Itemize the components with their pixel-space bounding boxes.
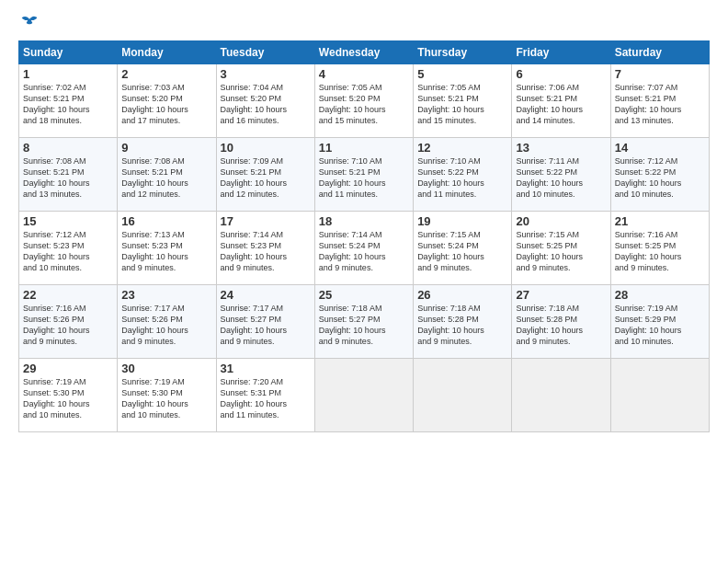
calendar-week-row: 15Sunrise: 7:12 AM Sunset: 5:23 PM Dayli… (19, 212, 710, 285)
day-info: Sunrise: 7:02 AM Sunset: 5:21 PM Dayligh… (23, 82, 113, 127)
day-number: 12 (417, 141, 507, 155)
day-number: 29 (23, 362, 113, 375)
day-number: 24 (221, 288, 311, 302)
day-info: Sunrise: 7:12 AM Sunset: 5:23 PM Dayligh… (23, 229, 113, 274)
day-info: Sunrise: 7:07 AM Sunset: 5:21 PM Dayligh… (615, 82, 705, 127)
calendar-day-cell: 18Sunrise: 7:14 AM Sunset: 5:24 PM Dayli… (314, 212, 413, 285)
day-number: 1 (23, 67, 113, 81)
day-number: 11 (319, 141, 409, 155)
day-number: 6 (516, 67, 606, 81)
calendar-day-cell: 7Sunrise: 7:07 AM Sunset: 5:21 PM Daylig… (610, 64, 709, 138)
day-number: 10 (221, 141, 311, 155)
day-info: Sunrise: 7:10 AM Sunset: 5:21 PM Dayligh… (319, 155, 409, 201)
day-info: Sunrise: 7:12 AM Sunset: 5:22 PM Dayligh… (615, 155, 705, 201)
day-info: Sunrise: 7:08 AM Sunset: 5:21 PM Dayligh… (23, 155, 113, 201)
day-number: 14 (615, 141, 705, 155)
day-number: 15 (23, 214, 113, 228)
calendar-header-cell: Thursday (414, 41, 512, 64)
calendar-day-cell: 15Sunrise: 7:12 AM Sunset: 5:23 PM Dayli… (19, 212, 118, 285)
calendar-day-cell: 30Sunrise: 7:19 AM Sunset: 5:30 PM Dayli… (118, 359, 216, 432)
day-info: Sunrise: 7:08 AM Sunset: 5:21 PM Dayligh… (121, 155, 211, 201)
day-number: 5 (417, 67, 507, 81)
calendar-day-cell: 23Sunrise: 7:17 AM Sunset: 5:26 PM Dayli… (118, 285, 216, 359)
day-number: 17 (221, 214, 311, 228)
day-info: Sunrise: 7:19 AM Sunset: 5:29 PM Dayligh… (615, 303, 705, 348)
calendar-day-cell: 21Sunrise: 7:16 AM Sunset: 5:25 PM Dayli… (610, 212, 709, 285)
calendar-day-cell: 12Sunrise: 7:10 AM Sunset: 5:22 PM Dayli… (414, 138, 512, 212)
calendar-day-cell: 4Sunrise: 7:05 AM Sunset: 5:20 PM Daylig… (314, 64, 413, 138)
calendar-header-row: SundayMondayTuesdayWednesdayThursdayFrid… (19, 41, 710, 64)
calendar-week-row: 1Sunrise: 7:02 AM Sunset: 5:21 PM Daylig… (19, 64, 710, 138)
day-number: 22 (23, 288, 113, 302)
day-number: 18 (319, 214, 409, 228)
day-info: Sunrise: 7:11 AM Sunset: 5:22 PM Dayligh… (516, 155, 606, 201)
day-number: 26 (417, 288, 507, 302)
day-info: Sunrise: 7:14 AM Sunset: 5:23 PM Dayligh… (221, 229, 311, 274)
day-number: 13 (516, 141, 606, 155)
calendar-day-cell: 13Sunrise: 7:11 AM Sunset: 5:22 PM Dayli… (512, 138, 610, 212)
calendar-day-cell: 20Sunrise: 7:15 AM Sunset: 5:25 PM Dayli… (512, 212, 610, 285)
calendar-header-cell: Sunday (19, 41, 118, 64)
day-info: Sunrise: 7:05 AM Sunset: 5:21 PM Dayligh… (417, 82, 507, 127)
calendar-day-cell: 16Sunrise: 7:13 AM Sunset: 5:23 PM Dayli… (118, 212, 216, 285)
day-info: Sunrise: 7:16 AM Sunset: 5:26 PM Dayligh… (23, 303, 113, 348)
calendar-day-cell: 10Sunrise: 7:09 AM Sunset: 5:21 PM Dayli… (216, 138, 314, 212)
calendar-day-cell (414, 359, 512, 432)
calendar-day-cell: 6Sunrise: 7:06 AM Sunset: 5:21 PM Daylig… (512, 64, 610, 138)
calendar-week-row: 22Sunrise: 7:16 AM Sunset: 5:26 PM Dayli… (19, 285, 710, 359)
calendar-day-cell: 22Sunrise: 7:16 AM Sunset: 5:26 PM Dayli… (19, 285, 118, 359)
logo-bird-icon (20, 15, 39, 31)
day-number: 8 (23, 141, 113, 155)
calendar-day-cell: 19Sunrise: 7:15 AM Sunset: 5:24 PM Dayli… (414, 212, 512, 285)
day-number: 23 (121, 288, 211, 302)
day-number: 31 (221, 362, 311, 375)
day-info: Sunrise: 7:19 AM Sunset: 5:30 PM Dayligh… (121, 376, 211, 421)
header (18, 15, 710, 31)
day-info: Sunrise: 7:20 AM Sunset: 5:31 PM Dayligh… (221, 376, 311, 421)
day-info: Sunrise: 7:06 AM Sunset: 5:21 PM Dayligh… (516, 82, 606, 127)
day-info: Sunrise: 7:17 AM Sunset: 5:27 PM Dayligh… (221, 303, 311, 348)
day-number: 21 (615, 214, 705, 228)
day-info: Sunrise: 7:09 AM Sunset: 5:21 PM Dayligh… (221, 155, 311, 201)
calendar-day-cell: 11Sunrise: 7:10 AM Sunset: 5:21 PM Dayli… (314, 138, 413, 212)
page: SundayMondayTuesdayWednesdayThursdayFrid… (0, 0, 728, 563)
day-info: Sunrise: 7:15 AM Sunset: 5:25 PM Dayligh… (516, 229, 606, 274)
calendar-body: 1Sunrise: 7:02 AM Sunset: 5:21 PM Daylig… (19, 64, 710, 432)
calendar-header-cell: Friday (512, 41, 610, 64)
day-info: Sunrise: 7:16 AM Sunset: 5:25 PM Dayligh… (615, 229, 705, 274)
calendar-day-cell: 14Sunrise: 7:12 AM Sunset: 5:22 PM Dayli… (610, 138, 709, 212)
calendar-day-cell: 31Sunrise: 7:20 AM Sunset: 5:31 PM Dayli… (216, 359, 314, 432)
calendar-day-cell: 28Sunrise: 7:19 AM Sunset: 5:29 PM Dayli… (610, 285, 709, 359)
logo (18, 15, 39, 31)
calendar-day-cell: 25Sunrise: 7:18 AM Sunset: 5:27 PM Dayli… (314, 285, 413, 359)
calendar-day-cell: 29Sunrise: 7:19 AM Sunset: 5:30 PM Dayli… (19, 359, 118, 432)
day-number: 9 (121, 141, 211, 155)
day-number: 27 (516, 288, 606, 302)
calendar-day-cell (610, 359, 709, 432)
calendar-day-cell: 27Sunrise: 7:18 AM Sunset: 5:28 PM Dayli… (512, 285, 610, 359)
calendar-day-cell: 17Sunrise: 7:14 AM Sunset: 5:23 PM Dayli… (216, 212, 314, 285)
day-info: Sunrise: 7:17 AM Sunset: 5:26 PM Dayligh… (121, 303, 211, 348)
day-number: 3 (221, 67, 311, 81)
day-info: Sunrise: 7:14 AM Sunset: 5:24 PM Dayligh… (319, 229, 409, 274)
calendar-day-cell: 9Sunrise: 7:08 AM Sunset: 5:21 PM Daylig… (118, 138, 216, 212)
day-info: Sunrise: 7:18 AM Sunset: 5:28 PM Dayligh… (516, 303, 606, 348)
day-info: Sunrise: 7:04 AM Sunset: 5:20 PM Dayligh… (221, 82, 311, 127)
day-number: 30 (121, 362, 211, 375)
calendar-day-cell: 8Sunrise: 7:08 AM Sunset: 5:21 PM Daylig… (19, 138, 118, 212)
day-number: 7 (615, 67, 705, 81)
day-info: Sunrise: 7:05 AM Sunset: 5:20 PM Dayligh… (319, 82, 409, 127)
day-number: 16 (121, 214, 211, 228)
calendar-day-cell (512, 359, 610, 432)
day-info: Sunrise: 7:10 AM Sunset: 5:22 PM Dayligh… (417, 155, 507, 201)
calendar-week-row: 8Sunrise: 7:08 AM Sunset: 5:21 PM Daylig… (19, 138, 710, 212)
day-info: Sunrise: 7:19 AM Sunset: 5:30 PM Dayligh… (23, 376, 113, 421)
calendar-header-cell: Tuesday (216, 41, 314, 64)
calendar-header-cell: Saturday (610, 41, 709, 64)
calendar-day-cell (314, 359, 413, 432)
day-number: 2 (121, 67, 211, 81)
calendar-day-cell: 3Sunrise: 7:04 AM Sunset: 5:20 PM Daylig… (216, 64, 314, 138)
calendar-day-cell: 26Sunrise: 7:18 AM Sunset: 5:28 PM Dayli… (414, 285, 512, 359)
day-number: 28 (615, 288, 705, 302)
day-info: Sunrise: 7:13 AM Sunset: 5:23 PM Dayligh… (121, 229, 211, 274)
